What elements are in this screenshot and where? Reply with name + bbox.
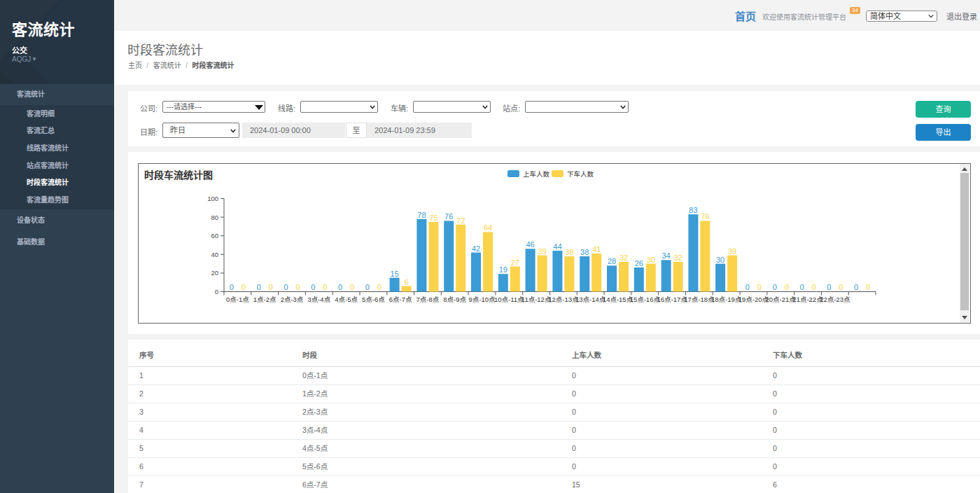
svg-text:20: 20 [211,269,218,277]
svg-text:32: 32 [620,254,628,262]
svg-text:0点-1点: 0点-1点 [226,296,249,303]
svg-text:32: 32 [673,254,682,262]
svg-text:11点-12点: 11点-12点 [522,296,552,303]
svg-text:0: 0 [839,283,843,291]
svg-text:0: 0 [773,283,777,291]
svg-text:15: 15 [390,270,398,278]
svg-text:12点-13点: 12点-13点 [548,296,579,303]
svg-text:5点-6点: 5点-6点 [362,296,385,303]
svg-text:6点-7点: 6点-7点 [389,296,412,303]
svg-text:40: 40 [211,251,218,258]
svg-text:0: 0 [311,283,315,291]
svg-text:0: 0 [827,283,831,291]
svg-text:75: 75 [429,214,438,222]
svg-text:0: 0 [350,283,354,291]
svg-text:41: 41 [592,245,601,254]
svg-text:34: 34 [662,251,670,260]
svg-text:21点-22点: 21点-22点 [792,296,823,303]
svg-text:78: 78 [417,211,426,219]
svg-text:10点-11点: 10点-11点 [494,296,524,303]
svg-text:20点-21点: 20点-21点 [766,296,797,303]
svg-text:17点-18点: 17点-18点 [684,296,715,303]
svg-text:38: 38 [565,248,573,256]
svg-text:13点-14点: 13点-14点 [575,296,606,303]
svg-text:8点-9点: 8点-9点 [443,296,466,303]
svg-text:30: 30 [716,256,724,264]
svg-text:6: 6 [405,278,409,286]
svg-text:0: 0 [365,283,370,291]
svg-text:64: 64 [484,223,492,232]
svg-text:83: 83 [689,206,697,214]
svg-text:14点-15点: 14点-15点 [603,296,634,303]
svg-text:100: 100 [207,195,218,202]
svg-text:3点-4点: 3点-4点 [307,296,330,303]
svg-text:0: 0 [866,283,870,291]
svg-text:0: 0 [215,288,218,296]
svg-text:76: 76 [701,212,709,221]
svg-text:0: 0 [799,283,804,291]
svg-text:60: 60 [211,232,218,239]
svg-text:38: 38 [580,248,589,256]
svg-text:0: 0 [269,283,273,291]
svg-text:30: 30 [647,256,655,264]
svg-text:39: 39 [728,247,736,256]
svg-text:76: 76 [444,212,453,221]
svg-text:1点-2点: 1点-2点 [253,296,276,303]
svg-text:0: 0 [757,283,762,291]
svg-text:22点-23点: 22点-23点 [820,296,850,303]
svg-text:26: 26 [635,259,643,268]
svg-text:39: 39 [538,247,546,256]
svg-text:0: 0 [295,283,300,291]
svg-text:18点-19点: 18点-19点 [711,296,742,303]
svg-text:0: 0 [241,283,246,291]
svg-text:0: 0 [811,283,816,291]
svg-text:16点-17点: 16点-17点 [657,296,687,303]
svg-text:42: 42 [472,244,480,253]
svg-text:7点-8点: 7点-8点 [416,296,440,303]
svg-text:28: 28 [608,257,616,265]
svg-text:46: 46 [526,240,534,249]
svg-text:4点-5点: 4点-5点 [335,296,358,303]
svg-text:15点-16点: 15点-16点 [630,296,661,303]
svg-text:0: 0 [854,283,858,291]
svg-text:80: 80 [211,214,218,221]
svg-text:0: 0 [785,283,789,291]
svg-text:0: 0 [257,283,261,291]
svg-text:0: 0 [377,283,382,291]
svg-text:19点-20点: 19点-20点 [738,296,769,303]
svg-text:19: 19 [499,265,507,274]
svg-text:27: 27 [511,258,519,267]
svg-text:44: 44 [553,242,561,251]
svg-text:0: 0 [746,283,750,291]
svg-text:0: 0 [323,283,327,291]
svg-text:0: 0 [338,283,342,291]
svg-text:72: 72 [456,216,465,225]
svg-text:9点-10点: 9点-10点 [468,296,496,303]
svg-text:2点-3点: 2点-3点 [281,296,304,303]
svg-text:0: 0 [230,283,234,291]
svg-text:0: 0 [284,283,288,291]
